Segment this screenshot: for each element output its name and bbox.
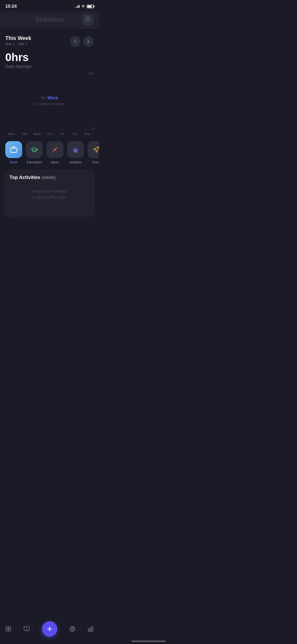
category-work[interactable]: Work [5,141,22,164]
top-activities-title: Top Activities [10,175,40,180]
top-activities-card: Top Activities (week) Add more Activitie… [4,169,95,217]
category-icon-sport [46,141,63,158]
no-data-message: No Work in selected week [35,96,64,106]
empty-chart-message: Add more Activitiesto display this chart [10,188,89,200]
category-food[interactable]: Food [88,141,99,164]
week-date: Mar 1 - Mar 7 [5,42,31,46]
page-title: Statistics [35,15,64,24]
prev-week-button[interactable] [70,36,81,47]
daily-average-label: Daily Average [5,64,94,69]
category-education[interactable]: Education [26,141,43,164]
category-sport[interactable]: Sport [46,141,63,164]
week-section: This Week Mar 1 - Mar 7 [0,29,99,47]
day-label-sat: Sat [68,132,81,136]
day-label-sun: 0 Sun [81,132,94,136]
header: Statistics [0,11,99,29]
status-time: 10:24 [5,4,17,9]
gear-icon [85,16,91,23]
category-icon-education [26,141,43,158]
category-icon-work [5,141,22,158]
category-hobbies[interactable]: Hobbies [67,141,84,164]
no-data-category: Work [48,96,58,100]
gear-button[interactable] [82,14,94,25]
no-data-text: No [41,96,46,100]
no-data-sub: in selected week [35,102,64,106]
category-icon-hobbies [67,141,84,158]
category-label-education: Education [27,160,42,164]
svg-rect-1 [11,148,17,152]
week-nav-buttons [70,36,94,47]
stats-section: 0hrs Daily Average [0,47,99,69]
signal-icon [75,5,79,8]
sun-count-badge: 0 [92,127,94,130]
category-label-work: Work [10,160,18,164]
day-label-fri: Fri [56,132,68,136]
categories-row: WorkEducationSportHobbiesFoodTr... [5,141,99,164]
category-icon-food [88,141,99,158]
day-labels: Mon Tue Wed Thu Fri Sat 0 Sun [0,132,99,136]
week-info: This Week Mar 1 - Mar 7 [5,35,31,46]
categories-section: WorkEducationSportHobbiesFoodTr... [0,136,99,164]
week-label: This Week [5,35,31,41]
top-activities-week-tag: (week) [41,175,56,180]
wifi-icon [81,4,85,8]
day-label-mon: Mon [5,132,18,136]
category-label-sport: Sport [51,160,59,164]
status-icons [75,4,94,8]
category-label-hobbies: Hobbies [69,160,82,164]
battery-icon [87,5,94,8]
day-label-tue: Tue [18,132,31,136]
day-label-thu: Thu [43,132,56,136]
svg-point-0 [87,18,89,20]
chart-area: 4 hr No Work in selected week [0,72,99,130]
status-bar: 10:24 [0,0,99,11]
chart-max-label: 4 hr [88,72,94,75]
next-week-button[interactable] [83,36,94,47]
hours-value: 0hrs [5,51,94,64]
day-label-wed: Wed [31,132,43,136]
category-label-food: Food [92,160,99,164]
top-activities-header: Top Activities (week) [10,175,89,180]
